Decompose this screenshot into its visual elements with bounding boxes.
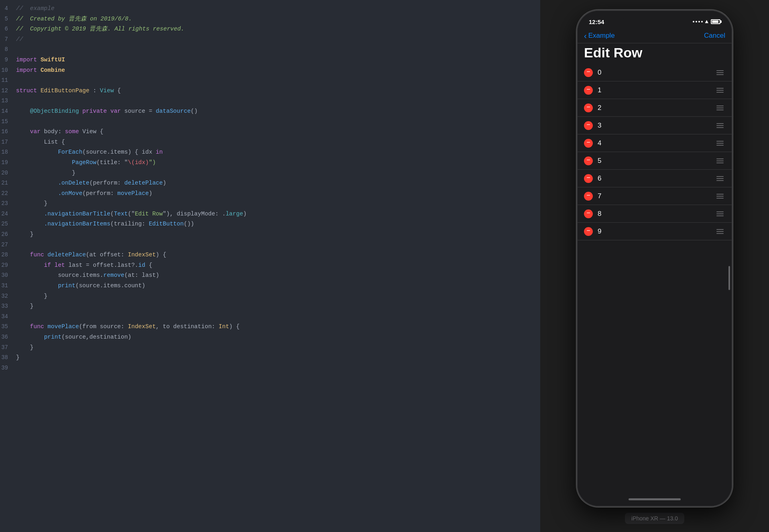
- signal-icon: [693, 21, 703, 22]
- line-number: 8: [0, 45, 16, 54]
- line-content: import Combine: [16, 66, 65, 75]
- reorder-handle[interactable]: [715, 157, 725, 165]
- reorder-handle[interactable]: [715, 69, 725, 77]
- code-line: 31 print(source.items.count): [0, 281, 540, 292]
- line-content: [16, 240, 20, 250]
- code-line: 25 .navigationBarItems(trailing: EditBut…: [0, 219, 540, 230]
- item-label: 7: [598, 192, 710, 200]
- nav-back-button[interactable]: ‹ Example: [584, 32, 615, 40]
- line-number: 10: [0, 66, 16, 75]
- list-item[interactable]: 4: [578, 134, 732, 152]
- delete-button[interactable]: [584, 104, 593, 112]
- line-number: 25: [0, 219, 16, 228]
- line-number: 19: [0, 158, 16, 167]
- reorder-handle[interactable]: [715, 210, 725, 218]
- item-label: 8: [598, 210, 710, 218]
- line-number: 39: [0, 363, 16, 372]
- line-number: 32: [0, 292, 16, 301]
- list-item[interactable]: 1: [578, 81, 732, 99]
- delete-button[interactable]: [584, 227, 593, 236]
- list-item[interactable]: 6: [578, 170, 732, 187]
- line-content: print(source.items.count): [16, 281, 145, 290]
- line-number: 11: [0, 76, 16, 85]
- item-label: 3: [598, 122, 710, 130]
- reorder-handle[interactable]: [715, 122, 725, 130]
- code-line: 36 print(source,destination): [0, 333, 540, 343]
- delete-button[interactable]: [584, 209, 593, 218]
- item-label: 1: [598, 86, 710, 94]
- line-number: 7: [0, 35, 16, 44]
- line-number: 18: [0, 148, 16, 156]
- list-item[interactable]: 2: [578, 99, 732, 117]
- line-number: 29: [0, 261, 16, 270]
- delete-button[interactable]: [584, 139, 593, 148]
- line-content: }: [16, 292, 47, 301]
- line-number: 31: [0, 281, 16, 290]
- line-content: struct EditButtonPage : View {: [16, 86, 121, 95]
- delete-button[interactable]: [584, 68, 593, 77]
- line-content: PageRow(title: "\(idx)"): [16, 158, 156, 167]
- line-content: // Created by 晋先森 on 2019/6/8.: [16, 14, 132, 24]
- delete-button[interactable]: [584, 156, 593, 165]
- list-item[interactable]: 7: [578, 187, 732, 205]
- code-line: 20 }: [0, 169, 540, 179]
- line-number: 23: [0, 199, 16, 208]
- list-content[interactable]: 0123456789: [578, 64, 732, 492]
- line-number: 4: [0, 4, 16, 13]
- reorder-handle[interactable]: [715, 192, 725, 200]
- line-number: 37: [0, 343, 16, 352]
- reorder-handle[interactable]: [715, 227, 725, 236]
- code-line: 26 }: [0, 230, 540, 240]
- reorder-handle[interactable]: [715, 86, 725, 94]
- cancel-button[interactable]: Cancel: [704, 32, 725, 40]
- reorder-handle[interactable]: [715, 175, 725, 183]
- delete-button[interactable]: [584, 174, 593, 183]
- code-line: 18 ForEach(source.items) { idx in: [0, 148, 540, 158]
- list-item[interactable]: 3: [578, 117, 732, 134]
- line-number: 33: [0, 302, 16, 311]
- list-item[interactable]: 8: [578, 205, 732, 223]
- line-number: 16: [0, 127, 16, 136]
- code-line: 37 }: [0, 343, 540, 353]
- code-line: 5// Created by 晋先森 on 2019/6/8.: [0, 14, 540, 25]
- line-content: .onMove(perform: movePlace): [16, 189, 152, 198]
- code-line: 4// example: [0, 4, 540, 14]
- chevron-left-icon: ‹: [584, 32, 587, 40]
- line-content: .navigationBarItems(trailing: EditButton…: [16, 219, 194, 229]
- line-number: 38: [0, 353, 16, 362]
- line-number: 22: [0, 189, 16, 198]
- battery-icon: [711, 19, 720, 24]
- line-content: [16, 45, 20, 54]
- code-line: 9import SwiftUI: [0, 55, 540, 66]
- list-item[interactable]: 5: [578, 152, 732, 170]
- code-line: 29 if let last = offset.last?.id {: [0, 261, 540, 271]
- line-number: 28: [0, 250, 16, 259]
- delete-button[interactable]: [584, 121, 593, 130]
- line-content: import SwiftUI: [16, 55, 65, 65]
- code-line: 34: [0, 312, 540, 323]
- code-line: 16 var body: some View {: [0, 127, 540, 138]
- delete-button[interactable]: [584, 86, 593, 95]
- line-content: @ObjectBinding private var source = data…: [16, 107, 198, 116]
- line-number: 21: [0, 179, 16, 187]
- list-item[interactable]: 0: [578, 64, 732, 81]
- home-bar: [629, 498, 681, 500]
- reorder-handle[interactable]: [715, 139, 725, 147]
- code-line: 12struct EditButtonPage : View {: [0, 86, 540, 97]
- list-item[interactable]: 9: [578, 223, 732, 240]
- line-content: source.items.remove(at: last): [16, 271, 159, 280]
- line-content: func deletePlace(at offset: IndexSet) {: [16, 250, 166, 260]
- line-content: print(source,destination): [16, 333, 131, 342]
- item-label: 6: [598, 175, 710, 183]
- reorder-handle[interactable]: [715, 104, 725, 112]
- line-number: 34: [0, 312, 16, 321]
- phone-frame: 12:54 ▲ ‹ Example Cancel: [576, 10, 733, 507]
- phone-container: 12:54 ▲ ‹ Example Cancel: [540, 0, 769, 532]
- nav-back-label: Example: [588, 32, 615, 40]
- line-number: 35: [0, 322, 16, 331]
- delete-button[interactable]: [584, 192, 593, 201]
- code-line: 11: [0, 76, 540, 86]
- item-label: 2: [598, 104, 710, 112]
- code-line: 22 .onMove(perform: movePlace): [0, 189, 540, 199]
- line-content: [16, 117, 20, 126]
